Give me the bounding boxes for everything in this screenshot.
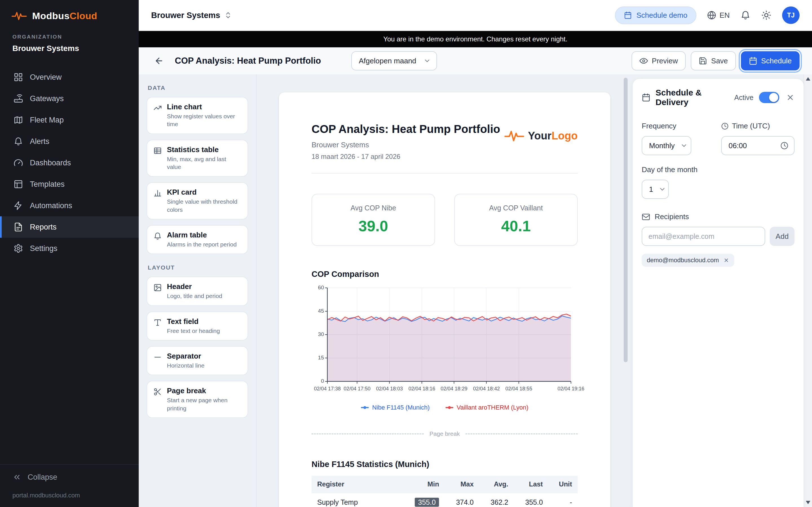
active-toggle[interactable]: [759, 92, 779, 103]
scroll-up-arrow[interactable]: [806, 77, 810, 80]
schedule-demo-button[interactable]: Schedule demo: [615, 6, 696, 24]
close-panel-button[interactable]: [786, 93, 795, 102]
recipients-label-row: Recipients: [642, 212, 795, 221]
portal-url: portal.modbuscloud.com: [0, 486, 139, 507]
kpi-card-vaillant[interactable]: Avg COP Vaillant 40.1: [454, 194, 578, 246]
kpi-value: 40.1: [460, 217, 571, 235]
cell-min: 355.0: [402, 493, 445, 507]
chart-legend: Nibe F1145 (Munich) Vaillant aroTHERM (L…: [312, 404, 578, 411]
sidebar-item-alerts[interactable]: Alerts: [0, 131, 139, 152]
stats-table-title: Nibe F1145 Statistics (Munich): [312, 460, 578, 469]
sidebar-item-settings[interactable]: Settings: [0, 238, 139, 259]
palette-item-title: Page break: [167, 386, 241, 395]
remove-recipient-button[interactable]: [723, 258, 729, 263]
stats-table[interactable]: Register Min Max Avg. Last Unit Supply T…: [312, 476, 578, 507]
x-axis-tick-label: 02/04 18:16: [409, 386, 435, 392]
kpi-card-nibe[interactable]: Avg COP Nibe 39.0: [312, 194, 435, 246]
zap-icon: [13, 201, 23, 210]
sidebar-collapse-button[interactable]: Collapse: [0, 464, 139, 486]
add-recipient-button[interactable]: Add: [770, 227, 795, 246]
x-axis-tick-label: 02/04 18:42: [473, 386, 500, 392]
calendar-icon: [642, 93, 651, 102]
palette-item-text-field[interactable]: Text fieldFree text or heading: [147, 312, 248, 341]
builder-content: DATA Line chartShow register values over…: [139, 74, 812, 507]
main-region: Brouwer Systems Schedule demo EN: [139, 0, 812, 507]
user-avatar[interactable]: TJ: [782, 6, 800, 24]
palette-item-desc: Single value with threshold colors: [167, 198, 241, 214]
globe-icon: [707, 11, 716, 20]
theme-toggle-button[interactable]: [761, 10, 771, 20]
palette-item-desc: Start a new page when printing: [167, 396, 241, 412]
customer-logo: YourLogo: [502, 128, 578, 143]
period-select[interactable]: Afgelopen maand: [351, 51, 437, 70]
chevrons-left-icon: [12, 473, 21, 482]
sidebar-item-label: Reports: [30, 223, 57, 231]
recipient-chip: demo@modbuscloud.com: [642, 254, 734, 267]
palette-item-header[interactable]: HeaderLogo, title and period: [147, 277, 248, 305]
schedule-button[interactable]: Schedule: [741, 51, 800, 70]
sidebar-item-automations[interactable]: Automations: [0, 195, 139, 216]
save-button[interactable]: Save: [691, 51, 735, 70]
sidebar-item-label: Alerts: [30, 137, 49, 146]
time-input[interactable]: 06:00: [721, 136, 795, 155]
image-icon: [153, 283, 162, 292]
palette-item-desc: Horizontal line: [167, 362, 204, 370]
recipient-email-input[interactable]: [642, 227, 765, 246]
selected-value[interactable]: 355.0: [415, 498, 439, 507]
palette-item-page-break[interactable]: Page breakStart a new page when printing: [147, 381, 248, 418]
report-preview-title: COP Analysis: Heat Pump Portfolio: [312, 123, 500, 135]
palette-item-statistics-table[interactable]: Statistics tableMin, max, avg and last v…: [147, 140, 248, 177]
workspace-switcher[interactable]: Brouwer Systems: [151, 11, 232, 20]
brand-logo[interactable]: ModbusCloud: [0, 0, 139, 28]
chevron-down-icon: [659, 186, 666, 193]
palette-item-line-chart[interactable]: Line chartShow register values over time: [147, 97, 248, 134]
locale-switcher[interactable]: EN: [707, 11, 730, 20]
gear-icon: [13, 244, 23, 253]
minus-icon: [153, 353, 162, 361]
column-header: Avg.: [479, 476, 514, 493]
palette-item-separator[interactable]: SeparatorHorizontal line: [147, 346, 248, 375]
page-break-block[interactable]: Page break: [312, 431, 578, 437]
sidebar-item-label: Overview: [30, 73, 62, 82]
back-button[interactable]: [151, 53, 167, 69]
sidebar-item-templates[interactable]: Templates: [0, 173, 139, 195]
report-toolbar: COP Analysis: Heat Pump Portfolio Afgelo…: [139, 47, 812, 74]
canvas-scrollbar[interactable]: [624, 78, 627, 362]
sidebar-item-fleet-map[interactable]: Fleet Map: [0, 109, 139, 131]
legend-marker: [446, 407, 453, 408]
palette-item-desc: Free text or heading: [167, 327, 220, 335]
kpi-label: Avg COP Nibe: [318, 204, 429, 212]
legend-item-nibe[interactable]: Nibe F1145 (Munich): [361, 404, 430, 411]
layout-section-label: LAYOUT: [148, 264, 248, 271]
palette-item-alarm-table[interactable]: Alarm tableAlarms in the report period: [147, 225, 248, 254]
type-icon: [153, 318, 162, 327]
report-preview-period: 18 maart 2026 - 17 april 2026: [312, 153, 500, 161]
cell-max: 374.0: [445, 493, 479, 507]
palette-item-kpi-card[interactable]: KPI cardSingle value with threshold colo…: [147, 182, 248, 219]
sidebar-item-label: Dashboards: [30, 159, 71, 167]
y-axis-tick-label: 60: [312, 284, 324, 291]
scroll-down-arrow[interactable]: [806, 501, 810, 504]
sun-icon: [761, 10, 771, 20]
clock-icon: [780, 142, 788, 150]
preview-button[interactable]: Preview: [631, 51, 686, 70]
demo-environment-banner: You are in the demo environment. Changes…: [139, 31, 812, 47]
report-preview: COP Analysis: Heat Pump Portfolio Brouwe…: [279, 93, 610, 507]
frequency-select[interactable]: Monthly: [642, 136, 691, 155]
report-header-block[interactable]: COP Analysis: Heat Pump Portfolio Brouwe…: [312, 123, 578, 173]
notifications-button[interactable]: [741, 10, 751, 20]
legend-item-vaillant[interactable]: Vaillant aroTHERM (Lyon): [446, 404, 528, 411]
component-palette: DATA Line chartShow register values over…: [139, 74, 257, 507]
column-header: Max: [445, 476, 479, 493]
window-scrollbar[interactable]: [804, 74, 812, 507]
mail-icon: [642, 213, 650, 221]
legend-label: Vaillant aroTHERM (Lyon): [457, 404, 528, 411]
chevrons-up-down-icon: [224, 11, 232, 19]
sidebar-item-reports[interactable]: Reports: [0, 216, 139, 238]
cop-comparison-chart[interactable]: 01530456002/04 17:3802/04 17:5002/04 18:…: [312, 286, 578, 398]
sidebar-item-gateways[interactable]: Gateways: [0, 88, 139, 109]
sidebar: ModbusCloud ORGANIZATION Brouwer Systems…: [0, 0, 139, 507]
day-of-month-select[interactable]: 1: [642, 180, 669, 199]
sidebar-item-overview[interactable]: Overview: [0, 66, 139, 88]
sidebar-item-dashboards[interactable]: Dashboards: [0, 152, 139, 173]
